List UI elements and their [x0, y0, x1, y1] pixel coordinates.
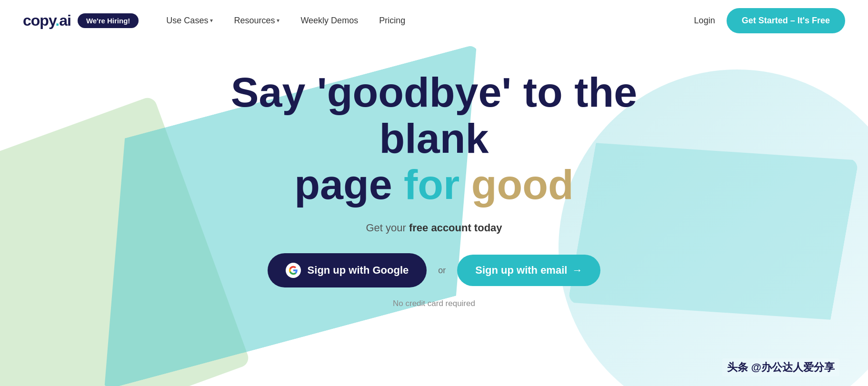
hero-section: Say 'goodbye' to the blank page for good… [0, 41, 868, 386]
nav-right: Login Get Started – It's Free [694, 8, 845, 33]
logo: copy.ai [23, 12, 71, 30]
watermark: 头条 @办公达人爱分享 [722, 358, 839, 376]
google-icon [286, 263, 301, 278]
chevron-down-icon: ▾ [210, 17, 213, 24]
nav-use-cases[interactable]: Use Cases ▾ [158, 11, 221, 30]
hero-content: Say 'goodbye' to the blank page for good… [172, 69, 696, 308]
email-signup-button[interactable]: Sign up with email → [457, 255, 600, 286]
or-divider: or [438, 266, 446, 276]
logo-wrap: copy.ai We're Hiring! [23, 12, 139, 30]
cta-row: Sign up with Google or Sign up with emai… [172, 253, 696, 287]
chevron-down-icon: ▾ [277, 17, 279, 24]
navbar: copy.ai We're Hiring! Use Cases ▾ Resour… [0, 0, 868, 41]
hero-subtitle: Get your free account today [172, 222, 696, 234]
login-link[interactable]: Login [694, 16, 715, 26]
nav-resources[interactable]: Resources ▾ [225, 11, 288, 30]
get-started-button[interactable]: Get Started – It's Free [727, 8, 845, 33]
google-signup-button[interactable]: Sign up with Google [268, 253, 427, 287]
nav-weekly-demos[interactable]: Weekly Demos [292, 11, 367, 30]
hiring-badge[interactable]: We're Hiring! [78, 13, 139, 28]
arrow-icon: → [572, 264, 582, 277]
nav-pricing[interactable]: Pricing [370, 11, 414, 30]
nav-links: Use Cases ▾ Resources ▾ Weekly Demos Pri… [158, 11, 694, 30]
hero-title: Say 'goodbye' to the blank page for good [172, 69, 696, 208]
no-credit-text: No credit card required [172, 299, 696, 308]
